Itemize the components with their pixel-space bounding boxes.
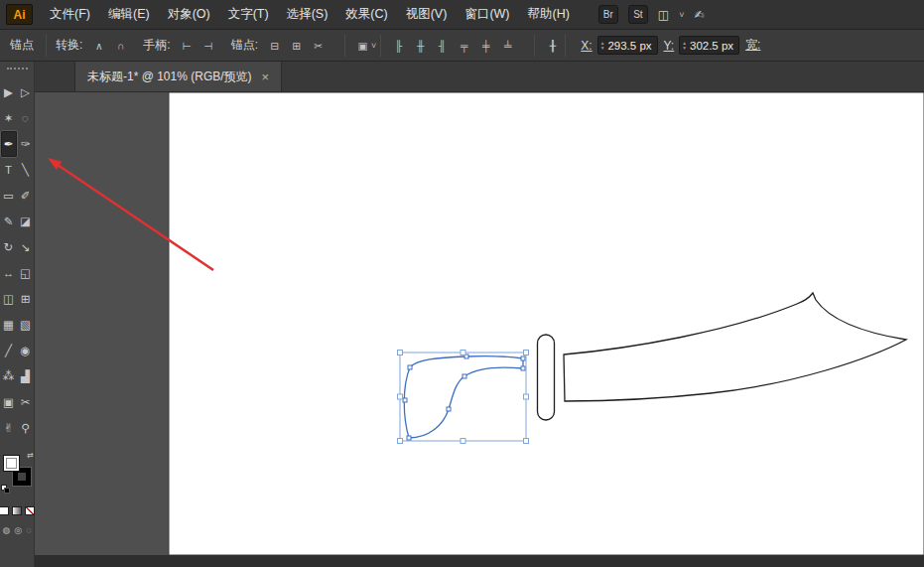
menu-item-4[interactable]: 文字(T) [219, 7, 278, 21]
show-handles-button[interactable]: ⊢ [179, 37, 196, 54]
anchor-point[interactable] [403, 398, 407, 402]
align-left-button[interactable]: ╟ [390, 37, 407, 54]
color-fill-button[interactable] [0, 506, 9, 515]
rotate-tool[interactable]: ↻ [1, 234, 17, 260]
zoom-tool[interactable]: ⚲ [18, 415, 34, 441]
paintbrush-tool[interactable]: ✐ [18, 183, 34, 209]
y-position-field[interactable]: ▴ ▾ 302.5 px [679, 36, 739, 55]
hide-handles-button[interactable]: ⊣ [200, 37, 217, 54]
bbox-handle[interactable] [524, 439, 529, 444]
column-graph-tool[interactable]: ▟ [18, 363, 34, 389]
isolate-selected-object-button[interactable]: ▣ [354, 37, 371, 54]
menu-item-8[interactable]: 窗口(W) [456, 7, 518, 21]
stylus-icon[interactable]: ✍ [694, 8, 704, 22]
lasso-tool[interactable]: ◌ [18, 105, 34, 131]
anchor-point[interactable] [407, 436, 411, 440]
spinner-down-icon[interactable]: ▾ [601, 46, 604, 51]
panel-grip[interactable] [7, 68, 28, 70]
pill-shape[interactable] [538, 335, 555, 420]
none-fill-button[interactable] [25, 506, 35, 515]
y-spinner[interactable]: ▴ ▾ [683, 41, 686, 50]
spinner-down-icon[interactable]: ▾ [683, 46, 686, 51]
gradient-fill-button[interactable] [12, 506, 22, 515]
line-segment-tool[interactable]: ╲ [18, 157, 34, 183]
draw-inside-button[interactable]: ◌ [26, 525, 31, 535]
swap-fill-stroke-icon[interactable]: ⇄ [27, 451, 34, 460]
magic-wand-tool[interactable]: ✶ [1, 105, 17, 131]
canvas-area[interactable] [35, 92, 924, 567]
align-right-button[interactable]: ╢ [434, 37, 451, 54]
symbol-sprayer-tool[interactable]: ⁂ [1, 363, 17, 389]
add-anchor-button[interactable]: ⊞ [288, 37, 305, 54]
width-label[interactable]: 宽: [745, 37, 760, 54]
pen-tool[interactable]: ✒ [1, 131, 17, 157]
free-transform-tool[interactable]: ◱ [18, 260, 34, 286]
align-bottom-button[interactable]: ╧ [499, 37, 516, 54]
distribute-button[interactable]: ╂ [544, 37, 561, 54]
separator [344, 35, 345, 57]
menu-item-6[interactable]: 效果(C) [336, 7, 396, 21]
draw-behind-button[interactable]: ◎ [14, 525, 22, 535]
bbox-handle[interactable] [398, 394, 403, 399]
hand-tool[interactable]: ✌ [1, 415, 17, 441]
bbox-handle[interactable] [398, 439, 403, 444]
type-tool[interactable]: T [1, 157, 17, 183]
bbox-handle[interactable] [461, 439, 465, 444]
pencil-tool[interactable]: ✎ [1, 209, 17, 234]
bbox-handle[interactable] [524, 394, 529, 399]
anchor-point[interactable] [408, 365, 412, 369]
menu-item-3[interactable]: 对象(O) [159, 7, 219, 21]
menu-item-1[interactable]: 文件(F) [41, 7, 99, 21]
perspective-grid-tool[interactable]: ⊞ [18, 286, 34, 312]
curvature-tool[interactable]: ✑ [18, 131, 34, 157]
bbox-handle[interactable] [461, 351, 465, 355]
document-tab[interactable]: 未标题-1* @ 101% (RGB/预览) × [74, 62, 282, 91]
anchor-point[interactable] [462, 374, 466, 378]
convert-to-corner-button[interactable]: ∧ [90, 37, 107, 54]
align-top-button[interactable]: ╤ [456, 37, 472, 54]
artboard-tool[interactable]: ▣ [1, 389, 17, 415]
anchor-point[interactable] [447, 407, 451, 411]
anchor-point[interactable] [521, 356, 525, 360]
menu-item-2[interactable]: 编辑(E) [99, 7, 159, 21]
tab-close-button[interactable]: × [262, 70, 270, 84]
blend-tool[interactable]: ◉ [18, 338, 34, 363]
cut-path-button[interactable]: ✂ [310, 37, 327, 54]
eyedropper-tool[interactable]: ╱ [1, 338, 17, 363]
scale-tool[interactable]: ↘ [18, 234, 34, 260]
x-position-label[interactable]: X: [581, 39, 592, 53]
y-position-value: 302.5 px [690, 40, 733, 52]
draw-normal-button[interactable]: ◍ [2, 525, 10, 535]
rectangle-tool[interactable]: ▭ [1, 183, 17, 209]
convert-to-smooth-button[interactable]: ∩ [112, 37, 129, 54]
eraser-tool[interactable]: ◪ [18, 209, 34, 234]
chevron-down-icon[interactable]: ˅ [371, 41, 376, 51]
align-center-vertical-button[interactable]: ╪ [477, 37, 494, 54]
direct-selection-tool[interactable]: ▷ [18, 79, 34, 105]
bbox-handle[interactable] [524, 351, 529, 355]
selection-tool[interactable]: ▶ [1, 79, 17, 105]
menu-item-5[interactable]: 选择(S) [278, 7, 337, 21]
chevron-down-icon[interactable]: ˅ [679, 10, 684, 20]
workspace-switcher-icon[interactable]: ◫ [658, 8, 669, 22]
x-position-field[interactable]: ▴ ▾ 293.5 px [597, 36, 658, 55]
anchor-point[interactable] [521, 366, 525, 370]
st-button[interactable]: St [628, 5, 648, 24]
gradient-tool[interactable]: ▧ [18, 312, 34, 338]
bbox-handle[interactable] [398, 351, 403, 355]
fill-color-swatch[interactable] [3, 455, 20, 472]
shape-builder-tool[interactable]: ◫ [1, 286, 17, 312]
br-button[interactable]: Br [598, 5, 618, 24]
menu-item-7[interactable]: 视图(V) [397, 7, 457, 21]
anchors-label: 锚点: [231, 37, 258, 54]
menu-item-9[interactable]: 帮助(H) [519, 7, 579, 21]
y-position-label[interactable]: Y: [664, 39, 675, 53]
width-tool[interactable]: ↔ [1, 260, 17, 286]
x-spinner[interactable]: ▴ ▾ [601, 41, 604, 50]
anchors-button-group: ⊟⊞✂ [266, 37, 327, 54]
align-center-horizontal-button[interactable]: ╫ [412, 37, 429, 54]
mesh-tool[interactable]: ▦ [1, 312, 17, 338]
slice-tool[interactable]: ✂ [18, 389, 34, 415]
remove-anchor-button[interactable]: ⊟ [266, 37, 283, 54]
default-fill-stroke-icon[interactable] [1, 485, 11, 495]
